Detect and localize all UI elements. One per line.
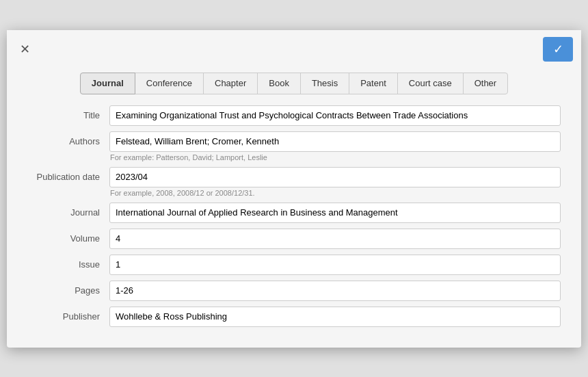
- pages-input[interactable]: [109, 281, 561, 301]
- pubdate-field: For example, 2008, 2008/12 or 2008/12/31…: [109, 167, 561, 197]
- dialog-header: ✕ ✓: [7, 30, 581, 67]
- authors-label: Authors: [27, 131, 109, 146]
- journal-label: Journal: [27, 203, 109, 218]
- pubdate-label: Publication date: [27, 167, 109, 182]
- journal-input[interactable]: [109, 203, 561, 223]
- authors-input[interactable]: [109, 131, 561, 152]
- issue-field: [109, 255, 561, 275]
- publisher-input[interactable]: [109, 307, 561, 327]
- tab-journal[interactable]: Journal: [80, 73, 135, 94]
- volume-label: Volume: [27, 229, 109, 244]
- pages-field: [109, 281, 561, 301]
- issue-row: Issue: [27, 255, 561, 275]
- volume-field: [109, 229, 561, 249]
- pubdate-hint: For example, 2008, 2008/12 or 2008/12/31…: [109, 189, 561, 197]
- tab-conference[interactable]: Conference: [135, 73, 204, 94]
- publisher-field: [109, 307, 561, 327]
- pages-row: Pages: [27, 281, 561, 301]
- close-button[interactable]: ✕: [15, 40, 34, 59]
- tab-thesis[interactable]: Thesis: [300, 73, 349, 94]
- publisher-label: Publisher: [27, 307, 109, 322]
- form-body: Title Authors For example: Patterson, Da…: [7, 105, 581, 327]
- publisher-row: Publisher: [27, 307, 561, 327]
- volume-row: Volume: [27, 229, 561, 249]
- authors-field: For example: Patterson, David; Lamport, …: [109, 131, 561, 161]
- tab-chapter[interactable]: Chapter: [203, 73, 258, 94]
- journal-field: [109, 203, 561, 223]
- title-row: Title: [27, 105, 561, 126]
- tab-patent[interactable]: Patent: [349, 73, 398, 94]
- dialog: ✕ ✓ Journal Conference Chapter Book Thes…: [7, 30, 581, 348]
- pubdate-input[interactable]: [109, 167, 561, 187]
- title-field: [109, 105, 561, 126]
- tab-other[interactable]: Other: [463, 73, 509, 94]
- tab-book[interactable]: Book: [257, 73, 301, 94]
- pages-label: Pages: [27, 281, 109, 296]
- title-label: Title: [27, 105, 109, 120]
- tab-court-case[interactable]: Court case: [397, 73, 464, 94]
- issue-label: Issue: [27, 255, 109, 270]
- confirm-button[interactable]: ✓: [543, 37, 573, 62]
- volume-input[interactable]: [109, 229, 561, 249]
- authors-hint: For example: Patterson, David; Lamport, …: [109, 153, 561, 161]
- title-input[interactable]: [109, 105, 561, 126]
- tab-bar: Journal Conference Chapter Book Thesis P…: [7, 67, 581, 94]
- issue-input[interactable]: [109, 255, 561, 275]
- authors-row: Authors For example: Patterson, David; L…: [27, 131, 561, 161]
- pubdate-row: Publication date For example, 2008, 2008…: [27, 167, 561, 197]
- journal-row: Journal: [27, 203, 561, 223]
